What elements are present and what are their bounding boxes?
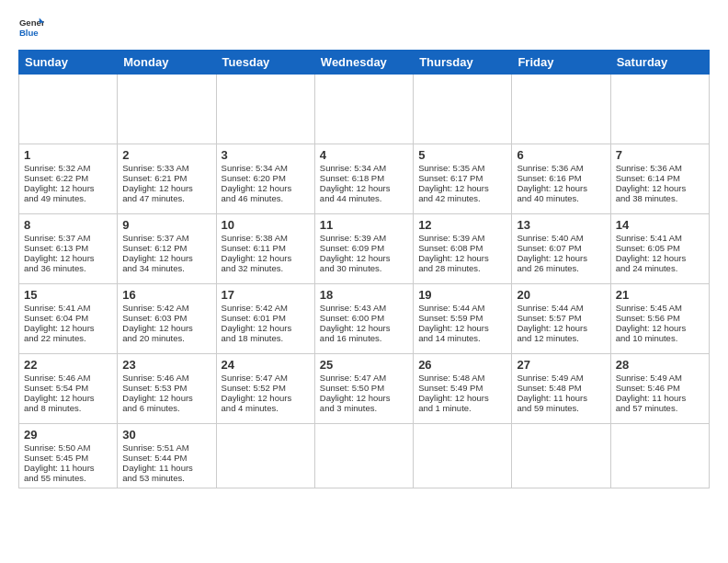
cell-data: Sunrise: 5:44 AM — [517, 303, 605, 313]
cell-data: Sunset: 6:03 PM — [122, 313, 210, 323]
weekday-header: Thursday — [414, 51, 512, 75]
cell-data: Sunset: 6:20 PM — [222, 173, 310, 183]
cell-data: Sunrise: 5:46 AM — [24, 373, 112, 383]
cell-data: Daylight: 12 hours — [24, 323, 112, 333]
cell-data: Daylight: 12 hours — [24, 183, 112, 193]
logo: General Blue — [18, 15, 48, 40]
day-number: 27 — [517, 358, 605, 372]
cell-data: Sunset: 6:08 PM — [418, 243, 506, 253]
calendar-cell: 19Sunrise: 5:44 AMSunset: 5:59 PMDayligh… — [414, 284, 512, 354]
day-number: 12 — [418, 218, 506, 232]
cell-data: and 38 minutes. — [616, 193, 704, 203]
cell-data: Sunset: 6:01 PM — [222, 313, 310, 323]
calendar-cell — [314, 75, 413, 144]
weekday-header: Sunday — [19, 51, 118, 75]
cell-data: Sunset: 6:12 PM — [122, 243, 210, 253]
day-number: 4 — [320, 148, 408, 162]
cell-data: Daylight: 12 hours — [616, 323, 704, 333]
calendar-cell: 30Sunrise: 5:51 AMSunset: 5:44 PMDayligh… — [118, 424, 216, 488]
calendar-cell: 18Sunrise: 5:43 AMSunset: 6:00 PMDayligh… — [314, 284, 413, 354]
cell-data: Sunset: 6:09 PM — [320, 243, 408, 253]
day-number: 13 — [517, 218, 605, 232]
day-number: 19 — [418, 288, 506, 302]
cell-data: Daylight: 12 hours — [320, 393, 408, 403]
cell-data: and 26 minutes. — [517, 263, 605, 273]
calendar-cell: 14Sunrise: 5:41 AMSunset: 6:05 PMDayligh… — [610, 214, 709, 284]
cell-data: and 30 minutes. — [320, 263, 408, 273]
calendar-cell — [314, 424, 413, 488]
cell-data: Sunrise: 5:41 AM — [24, 303, 112, 313]
day-number: 2 — [122, 148, 210, 162]
cell-data: Sunrise: 5:38 AM — [222, 233, 310, 243]
calendar-cell: 10Sunrise: 5:38 AMSunset: 6:11 PMDayligh… — [216, 214, 314, 284]
cell-data: Daylight: 12 hours — [616, 253, 704, 263]
cell-data: and 40 minutes. — [517, 193, 605, 203]
cell-data: Sunrise: 5:34 AM — [320, 163, 408, 173]
cell-data: Sunrise: 5:36 AM — [616, 163, 704, 173]
weekday-header: Tuesday — [216, 51, 314, 75]
day-number: 20 — [517, 288, 605, 302]
cell-data: Daylight: 12 hours — [222, 253, 310, 263]
cell-data: Daylight: 12 hours — [24, 393, 112, 403]
cell-data: Sunrise: 5:49 AM — [517, 373, 605, 383]
cell-data: Sunrise: 5:42 AM — [122, 303, 210, 313]
calendar-cell: 2Sunrise: 5:33 AMSunset: 6:21 PMDaylight… — [118, 144, 216, 214]
cell-data: Sunrise: 5:32 AM — [24, 163, 112, 173]
cell-data: Daylight: 11 hours — [122, 463, 210, 473]
day-number: 5 — [418, 148, 506, 162]
cell-data: Sunset: 5:49 PM — [418, 383, 506, 393]
calendar-cell: 25Sunrise: 5:47 AMSunset: 5:50 PMDayligh… — [314, 354, 413, 424]
calendar-cell: 22Sunrise: 5:46 AMSunset: 5:54 PMDayligh… — [19, 354, 118, 424]
cell-data: and 12 minutes. — [517, 333, 605, 343]
cell-data: Sunset: 6:00 PM — [320, 313, 408, 323]
cell-data: Sunset: 6:11 PM — [222, 243, 310, 253]
cell-data: Sunset: 5:44 PM — [122, 453, 210, 463]
cell-data: Sunset: 5:54 PM — [24, 383, 112, 393]
day-number: 3 — [222, 148, 310, 162]
cell-data: Daylight: 12 hours — [517, 183, 605, 193]
weekday-header: Saturday — [610, 51, 709, 75]
cell-data: and 10 minutes. — [616, 333, 704, 343]
calendar-cell: 9Sunrise: 5:37 AMSunset: 6:12 PMDaylight… — [118, 214, 216, 284]
calendar-cell: 29Sunrise: 5:50 AMSunset: 5:45 PMDayligh… — [19, 424, 118, 488]
calendar-cell: 28Sunrise: 5:49 AMSunset: 5:46 PMDayligh… — [610, 354, 709, 424]
cell-data: Sunset: 5:59 PM — [418, 313, 506, 323]
cell-data: and 24 minutes. — [616, 263, 704, 273]
day-number: 25 — [320, 358, 408, 372]
cell-data: Daylight: 11 hours — [517, 393, 605, 403]
cell-data: Daylight: 12 hours — [418, 393, 506, 403]
weekday-header: Wednesday — [314, 51, 413, 75]
cell-data: Sunset: 6:22 PM — [24, 173, 112, 183]
calendar-cell: 13Sunrise: 5:40 AMSunset: 6:07 PMDayligh… — [512, 214, 610, 284]
calendar-cell: 16Sunrise: 5:42 AMSunset: 6:03 PMDayligh… — [118, 284, 216, 354]
cell-data: and 20 minutes. — [122, 333, 210, 343]
cell-data: Daylight: 12 hours — [616, 183, 704, 193]
cell-data: Daylight: 12 hours — [222, 323, 310, 333]
cell-data: and 22 minutes. — [24, 333, 112, 343]
cell-data: Sunset: 5:45 PM — [24, 453, 112, 463]
day-number: 29 — [24, 428, 112, 442]
cell-data: Daylight: 12 hours — [320, 183, 408, 193]
calendar-cell: 20Sunrise: 5:44 AMSunset: 5:57 PMDayligh… — [512, 284, 610, 354]
cell-data: and 49 minutes. — [24, 193, 112, 203]
calendar-cell: 3Sunrise: 5:34 AMSunset: 6:20 PMDaylight… — [216, 144, 314, 214]
cell-data: Daylight: 12 hours — [418, 253, 506, 263]
calendar-cell: 5Sunrise: 5:35 AMSunset: 6:17 PMDaylight… — [414, 144, 512, 214]
calendar-cell: 12Sunrise: 5:39 AMSunset: 6:08 PMDayligh… — [414, 214, 512, 284]
cell-data: Sunrise: 5:47 AM — [222, 373, 310, 383]
cell-data: Daylight: 11 hours — [24, 463, 112, 473]
day-number: 30 — [122, 428, 210, 442]
cell-data: and 44 minutes. — [320, 193, 408, 203]
cell-data: and 47 minutes. — [122, 193, 210, 203]
cell-data: Sunset: 5:52 PM — [222, 383, 310, 393]
cell-data: Sunrise: 5:39 AM — [418, 233, 506, 243]
calendar-cell — [118, 75, 216, 144]
cell-data: Sunset: 6:18 PM — [320, 173, 408, 183]
cell-data: and 3 minutes. — [320, 403, 408, 413]
cell-data: and 4 minutes. — [222, 403, 310, 413]
logo-icon: General Blue — [18, 15, 44, 40]
cell-data: Sunset: 5:48 PM — [517, 383, 605, 393]
calendar-cell: 8Sunrise: 5:37 AMSunset: 6:13 PMDaylight… — [19, 214, 118, 284]
cell-data: Sunrise: 5:42 AM — [222, 303, 310, 313]
cell-data: and 42 minutes. — [418, 193, 506, 203]
